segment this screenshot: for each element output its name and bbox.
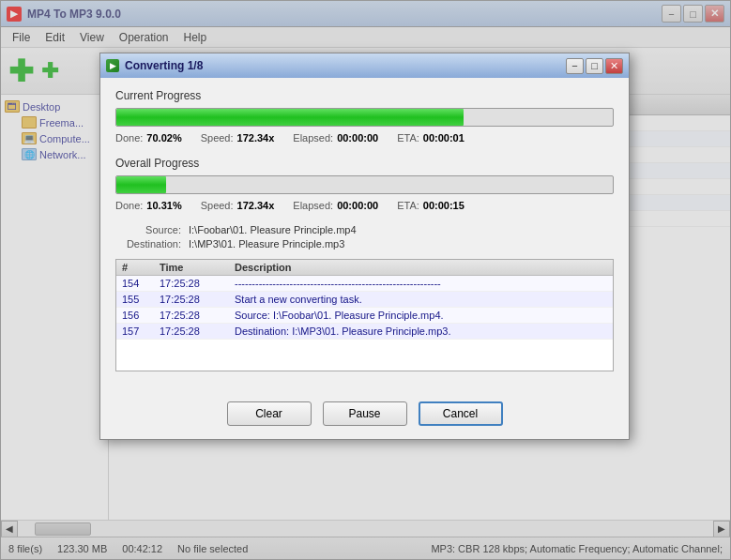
overall-progress-stats: Done: 10.31% Speed: 172.34x Elapsed: 00:… [115,200,614,211]
main-window: ▶ MP4 To MP3 9.0.0 − □ ✕ File Edit View … [0,0,731,560]
overall-eta-value: 00:00:15 [423,200,464,211]
log-num: 154 [122,278,160,289]
log-col-desc: Description [235,262,607,273]
dest-value: I:\MP3\01. Pleasure Principle.mp3 [189,238,344,250]
current-elapsed-label: Elapsed: [293,132,333,144]
current-eta-value: 00:00:01 [423,132,464,144]
overall-speed-label: Speed: [201,200,234,211]
overall-eta-label: ETA: [397,200,419,211]
dialog-app-icon: ▶ [106,59,119,72]
dest-label: Destination: [115,238,181,250]
log-header: # Time Description [116,260,613,276]
log-desc: ----------------------------------------… [235,278,607,289]
current-speed-label: Speed: [201,132,234,144]
source-dest: Source: I:\Foobar\01. Pleasure Principle… [115,224,614,250]
log-desc: Destination: I:\MP3\01. Pleasure Princip… [235,325,607,337]
dialog-maximize-button[interactable]: □ [586,58,603,74]
overall-elapsed-value: 00:00:00 [337,200,378,211]
log-num: 156 [122,310,160,321]
log-row[interactable]: 154 17:25:28 ---------------------------… [116,276,613,292]
clear-button[interactable]: Clear [227,401,312,426]
overall-progress-track [115,175,614,194]
log-col-time: Time [160,262,235,273]
log-table-container[interactable]: # Time Description 154 17:25:28 --------… [115,259,614,371]
dialog-title-bar: ▶ Converting 1/8 − □ ✕ [100,53,629,78]
overall-progress-fill [116,176,166,193]
dialog-body: Current Progress Done: 70.02% Speed: 172… [100,78,629,394]
overall-progress-label: Overall Progress [115,157,614,170]
dialog-close-button[interactable]: ✕ [605,58,623,74]
current-done-label: Done: [115,132,143,144]
log-row[interactable]: 157 17:25:28 Destination: I:\MP3\01. Ple… [116,324,613,340]
log-row[interactable]: 155 17:25:28 Start a new converting task… [116,292,613,308]
current-done-value: 70.02% [146,132,181,144]
current-eta-label: ETA: [397,132,419,144]
current-progress-label: Current Progress [115,89,614,102]
dialog-minimize-button[interactable]: − [566,58,584,74]
log-num: 155 [122,294,160,305]
dialog-title: Converting 1/8 [125,59,203,72]
log-time: 17:25:28 [160,310,235,321]
source-label: Source: [115,224,181,235]
log-body: 154 17:25:28 ---------------------------… [116,276,613,340]
current-speed-value: 172.34x [237,132,275,144]
overall-done-label: Done: [115,200,143,211]
cancel-button[interactable]: Cancel [419,401,503,426]
source-value: I:\Foobar\01. Pleasure Principle.mp4 [189,224,357,235]
log-num: 157 [122,325,160,337]
pause-button[interactable]: Pause [323,401,407,426]
overall-elapsed-label: Elapsed: [293,200,333,211]
log-row[interactable]: 156 17:25:28 Source: I:\Foobar\01. Pleas… [116,308,613,324]
dialog-buttons: Clear Pause Cancel [100,394,629,439]
current-progress-fill [116,109,464,126]
log-time: 17:25:28 [160,294,235,305]
dialog-overlay: ▶ Converting 1/8 − □ ✕ Current Progress [1,1,730,559]
log-desc: Source: I:\Foobar\01. Pleasure Principle… [235,310,607,321]
overall-done-value: 10.31% [146,200,181,211]
current-progress-stats: Done: 70.02% Speed: 172.34x Elapsed: 00:… [115,132,614,144]
log-col-num: # [122,262,160,273]
current-progress-track [115,108,614,127]
log-time: 17:25:28 [160,325,235,337]
log-time: 17:25:28 [160,278,235,289]
current-elapsed-value: 00:00:00 [337,132,378,144]
log-desc: Start a new converting task. [235,294,607,305]
overall-speed-value: 172.34x [237,200,275,211]
converting-dialog: ▶ Converting 1/8 − □ ✕ Current Progress [99,53,630,440]
